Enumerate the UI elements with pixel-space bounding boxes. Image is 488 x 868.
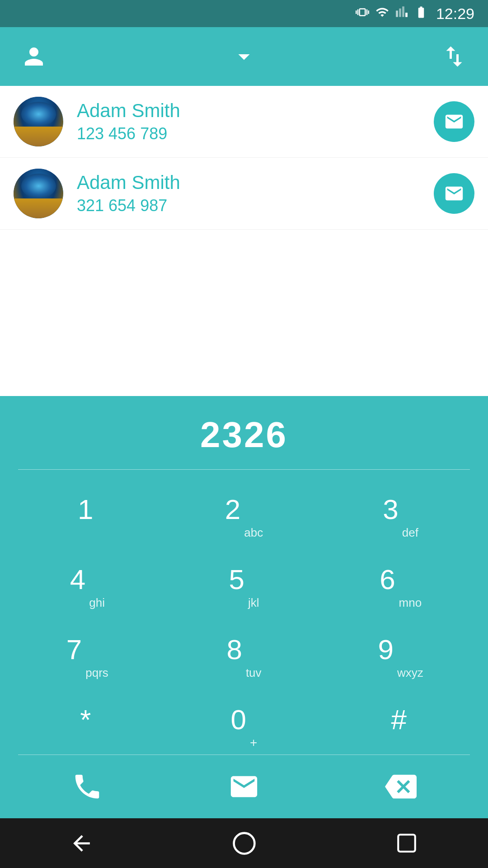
contact-name: Adam Smith — [77, 172, 434, 193]
contact-info: Adam Smith 123 456 789 — [77, 100, 434, 143]
dialpad-number: 0 — [231, 706, 246, 734]
dialpad-key-4[interactable]: 4 ghi — [9, 544, 166, 614]
dialpad-number: 9 — [378, 636, 394, 664]
battery-icon — [414, 5, 428, 22]
dialpad-number: * — [80, 706, 91, 734]
dialpad-key-7[interactable]: 7 pqrs — [9, 614, 166, 684]
sort-button[interactable] — [438, 41, 470, 72]
contact-name: Adam Smith — [77, 100, 434, 122]
dialpad-display: 2326 — [0, 410, 488, 469]
dialpad-key-9[interactable]: 9 wxyz — [322, 614, 479, 684]
dialpad-number: 7 — [66, 636, 82, 664]
dialpad-key-6[interactable]: 6 mno — [322, 544, 479, 614]
status-bar: 12:29 — [0, 0, 488, 27]
dialpad-letters: ghi — [89, 596, 105, 610]
dialpad-number: 2 — [225, 495, 240, 524]
dialpad-letters: mno — [399, 596, 422, 610]
status-time: 12:29 — [436, 5, 474, 23]
call-button[interactable] — [9, 755, 166, 818]
dialpad-number: 4 — [70, 566, 85, 594]
dialpad-key-1[interactable]: 1 — [9, 474, 166, 544]
contact-avatar — [14, 169, 63, 218]
recents-button[interactable] — [389, 825, 425, 861]
action-bar — [0, 27, 488, 86]
dialpad-letters: tuv — [246, 666, 262, 680]
person-button[interactable] — [18, 41, 50, 72]
contacts-list: Adam Smith 123 456 789 Adam Smith 321 65… — [0, 86, 488, 396]
dialpad-key-2[interactable]: 2 abc — [166, 474, 323, 544]
back-button[interactable] — [63, 825, 99, 861]
svg-point-0 — [234, 833, 254, 854]
contact-item[interactable]: Adam Smith 123 456 789 — [0, 86, 488, 158]
nav-bar — [0, 818, 488, 868]
signal-icon — [395, 6, 408, 22]
dialpad-key-3[interactable]: 3 def — [322, 474, 479, 544]
dialpad-number: 8 — [226, 636, 242, 664]
wifi-icon — [375, 5, 389, 22]
home-button[interactable] — [226, 825, 262, 861]
dialpad-top-divider — [18, 469, 470, 470]
dialpad-number: # — [391, 706, 406, 734]
vibrate-icon — [356, 5, 369, 22]
dialpad-actions — [0, 755, 488, 818]
dialpad-letters: def — [402, 526, 418, 540]
dialpad-key-star[interactable]: * — [9, 684, 166, 755]
dialpad-letters: jkl — [248, 596, 259, 610]
dialpad-key-5[interactable]: 5 jkl — [166, 544, 323, 614]
delete-button[interactable] — [322, 755, 479, 818]
dialpad-key-0[interactable]: 0 + — [166, 684, 323, 755]
dialpad-number: 1 — [78, 495, 93, 524]
dialpad-grid: 1 2 abc 3 def 4 ghi 5 jkl 6 mno 7 pqrs 8 — [0, 474, 488, 755]
dialpad-letters: pqrs — [85, 666, 108, 680]
dialpad-key-8[interactable]: 8 tuv — [166, 614, 323, 684]
contact-info: Adam Smith 321 654 987 — [77, 172, 434, 215]
status-icons — [356, 5, 428, 22]
dialpad-key-hash[interactable]: # — [322, 684, 479, 755]
dialpad-section: 2326 1 2 abc 3 def 4 ghi 5 jkl 6 mno 7 — [0, 396, 488, 818]
dialpad-number: 6 — [380, 566, 395, 594]
dialpad-letters: wxyz — [397, 666, 423, 680]
dialpad-plus: + — [250, 736, 257, 750]
contact-item[interactable]: Adam Smith 321 654 987 — [0, 158, 488, 230]
dropdown-button[interactable] — [228, 41, 260, 72]
svg-rect-1 — [398, 835, 415, 852]
dialpad-letters: abc — [244, 526, 263, 540]
message-button[interactable] — [166, 755, 323, 818]
contact-email-button[interactable] — [434, 101, 474, 142]
contact-email-button[interactable] — [434, 173, 474, 214]
contact-phone: 321 654 987 — [77, 196, 434, 215]
dialpad-number: 5 — [229, 566, 244, 594]
contact-avatar — [14, 97, 63, 146]
contact-phone: 123 456 789 — [77, 124, 434, 143]
dialpad-number: 3 — [383, 495, 398, 524]
